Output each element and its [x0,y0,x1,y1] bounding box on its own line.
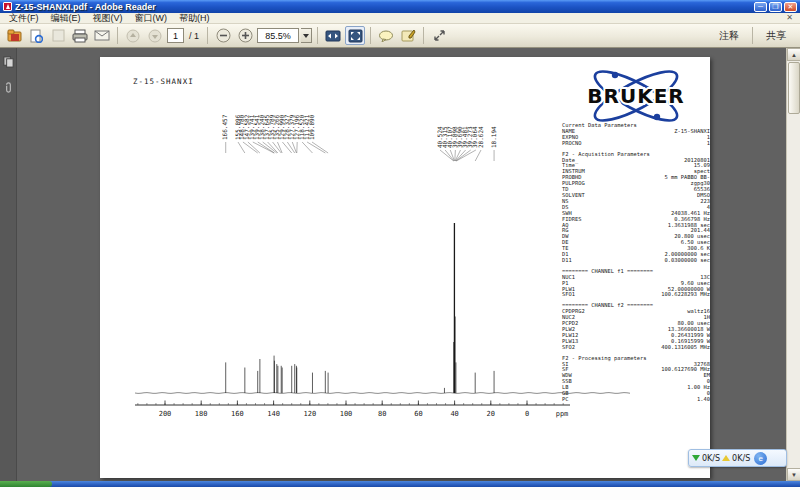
spectrum-baseline [135,393,630,394]
comment-panel-button[interactable]: 注释 [709,27,749,45]
peak-label: 28.624 [477,126,484,148]
save-icon [52,29,65,42]
x-axis-tick-label: 60 [414,410,422,418]
window-title: Z-15-SHANXI.pdf - Adobe Reader [15,2,754,12]
peak-label-connector [243,142,258,153]
peak-label-connector [450,150,454,161]
peak-label-connector [456,150,476,161]
adobe-reader-icon [3,2,12,11]
sticky-note-button[interactable] [376,26,396,45]
menu-item-0[interactable]: 文件(F) [3,12,45,25]
menu-item-2[interactable]: 视图(V) [87,12,129,25]
peak-label: 166.457 [221,114,228,140]
open-button[interactable] [4,26,24,45]
peak-label: 109.890 [308,114,315,140]
toolbar-expand-button[interactable] [429,26,449,45]
peak-label-connector [238,142,245,153]
peak-label-connector [475,150,481,161]
peak-label-connector [312,142,328,153]
share-panel-button[interactable]: 共享 [756,27,796,45]
peak-label-connector [307,142,325,153]
fit-width-icon [325,29,341,43]
x-axis-tick-label: 20 [487,410,495,418]
page-total-label: / 1 [189,31,199,41]
peak-label-connector [287,142,294,153]
close-button[interactable]: ✕ [784,2,797,12]
pen-highlight-icon [401,29,416,42]
peak-label-connector [302,142,312,153]
desktop-strip [0,487,800,500]
page-number-input[interactable]: 1 [167,28,184,43]
zoom-out-button[interactable] [213,26,233,45]
minus-icon [216,28,231,43]
peak-label-connector [456,150,466,161]
x-axis-tick-label: 80 [378,410,386,418]
zoom-level-input[interactable]: 85.5% [257,28,299,43]
application-window: Z-15-SHANXI.pdf - Adobe Reader ─ ❐ ✕ 文件(… [0,0,800,500]
menu-bar: 文件(F)编辑(E)视图(V)窗口(W)帮助(H)✕ [0,13,800,24]
peak-label-connector [258,142,275,153]
x-axis-tick-label: 120 [303,410,316,418]
peak-label-connector [268,142,278,153]
open-folder-icon [7,29,22,42]
menu-item-3[interactable]: 窗口(W) [129,12,174,25]
x-axis-tick-label: 180 [195,410,208,418]
restore-button[interactable]: ❐ [769,2,782,12]
navigation-sidebar [0,48,17,481]
speed-widget-orb-icon[interactable]: e [754,452,767,465]
x-axis-tick-label: 0 [525,410,529,418]
save-as-icon [29,29,43,43]
scrollbar-thumb[interactable] [788,62,800,114]
scrolling-mode-button[interactable] [323,26,343,45]
menu-item-1[interactable]: 编辑(E) [45,12,87,25]
peak-label-connector [253,142,274,153]
page-thumbnails-icon[interactable] [3,56,14,68]
x-axis-tick-label: 100 [340,410,353,418]
vertical-scrollbar[interactable]: ▲ ▼ [786,48,800,481]
printer-icon [72,29,88,43]
x-axis-tick-label: 160 [231,410,244,418]
peak-label-connector [263,142,277,153]
pdf-page[interactable]: Z-15-SHANXI BRUKER Current Data Paramete… [100,57,710,478]
x-axis-tick-label: 140 [267,410,280,418]
email-button[interactable] [92,26,112,45]
peak-label: 18.194 [490,126,497,148]
attachments-paperclip-icon[interactable] [3,82,14,94]
highlight-button[interactable] [398,26,418,45]
zoom-in-button[interactable] [235,26,255,45]
up-arrow-icon [126,29,140,43]
minimize-button[interactable]: ─ [754,2,767,12]
zoom-dropdown-button[interactable] [301,28,312,43]
peak-label-connector [292,142,296,153]
document-close-icon[interactable]: ✕ [786,14,793,22]
down-arrow-icon [148,29,162,43]
peak-label-connector [282,142,291,153]
scroll-up-arrow[interactable]: ▲ [787,48,800,61]
peak-label-connector [248,142,260,153]
network-speed-widget[interactable]: 0K/S 0K/S e [688,449,787,467]
print-button[interactable] [70,26,90,45]
scroll-down-arrow[interactable]: ▼ [787,468,800,481]
peak-label-connector [445,150,454,161]
comment-bubble-icon [378,30,394,42]
plus-icon [238,28,253,43]
fit-page-icon [348,29,363,43]
next-page-button [145,26,165,45]
download-arrow-icon [692,455,700,461]
toolbar: 1 / 1 85.5% [0,24,800,48]
diagonal-arrows-icon [433,29,446,42]
upload-arrow-icon [722,455,730,461]
fit-page-button[interactable] [345,26,365,45]
x-axis-tick-label: 200 [159,410,172,418]
save-button-disabled [48,26,68,45]
x-axis-unit-label: ppm [556,410,569,418]
envelope-icon [94,30,110,41]
upload-speed: 0K/S [732,454,750,463]
nmr-spectrum-plot: 200180160140120100806040200ppm166.457155… [100,57,710,478]
x-axis-tick-label: 40 [450,410,458,418]
download-speed: 0K/S [702,454,720,463]
document-viewer: Z-15-SHANXI BRUKER Current Data Paramete… [0,48,800,481]
peak-label-connector [455,150,456,161]
save-as-button[interactable] [26,26,46,45]
menu-item-4[interactable]: 帮助(H) [173,12,216,25]
